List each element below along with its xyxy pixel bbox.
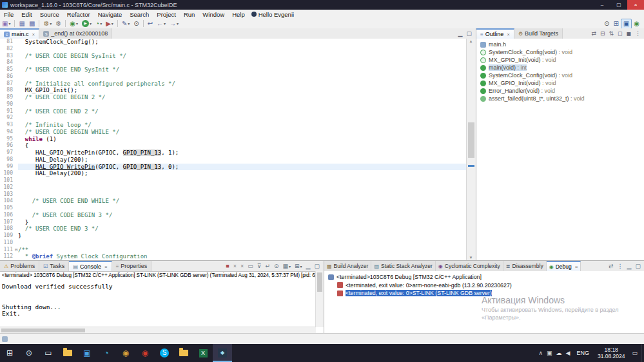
code-line[interactable]: 86 [0, 73, 467, 81]
code-line[interactable]: 89 /* USER CODE BEGIN 2 */ [0, 94, 467, 101]
maximize-view-icon[interactable]: ▢ [633, 262, 643, 271]
code-line[interactable]: 100 HAL_Delay(200); [0, 170, 467, 177]
menu-run[interactable]: Run [180, 11, 199, 18]
view-tab-cyclomatic-complexity[interactable]: ◉Cyclomatic Complexity [436, 261, 503, 271]
scrollbar-thumb[interactable] [1, 329, 85, 332]
code-line[interactable]: 85 /* USER CODE END SysInit */ [0, 66, 467, 73]
code-line[interactable]: 87 /* Initialize all configured peripher… [0, 81, 467, 88]
menu-refactor[interactable]: Refactor [63, 11, 94, 18]
hidden-icons-chevron[interactable]: ∧ [536, 348, 545, 357]
code-line[interactable]: 93 /* Infinite loop */ [0, 122, 467, 129]
code-line[interactable]: 101 [0, 177, 467, 184]
code-line[interactable]: 90 [0, 101, 467, 108]
code-line[interactable]: 112 * @brief System Clock Configuration [0, 253, 467, 260]
quick-access-search-icon[interactable]: ⊙ [602, 19, 611, 28]
code-line[interactable]: 98 HAL_Delay(200); [0, 157, 467, 164]
save-all-icon[interactable]: ▩ [27, 19, 37, 28]
debug-perspective-icon[interactable]: ◉ [632, 19, 641, 28]
language-indicator[interactable]: ENG [573, 350, 592, 356]
hide-static-icon[interactable]: ◼ [625, 29, 633, 38]
last-edit-location-icon[interactable]: ↩ [146, 19, 155, 28]
code-line[interactable]: 105 [0, 205, 467, 212]
tray-stlink-icon[interactable]: ▣ [545, 348, 554, 357]
minimize-view-icon[interactable]: ▁ [304, 262, 313, 271]
code-line[interactable]: 108 /* USER CODE END 3 */ [0, 225, 467, 233]
menu-file[interactable]: File [0, 11, 17, 18]
tray-cloud-icon[interactable]: ☁ [554, 348, 564, 357]
external-tools-icon[interactable]: ▶▾ [104, 19, 115, 28]
close-tab-icon[interactable]: × [575, 264, 578, 270]
outline-item[interactable]: assert_failed(uint8_t*, uint32_t) : void [476, 95, 644, 102]
back-icon[interactable]: ←▾ [155, 19, 168, 28]
clear-console-icon[interactable]: ▭ [246, 262, 255, 271]
scrollbar-thumb[interactable] [468, 122, 474, 158]
view-tab-static-stack-analyzer[interactable]: ▤Static Stack Analyzer [371, 261, 435, 271]
minimize-button[interactable]: – [594, 0, 610, 10]
scroll-lock-icon[interactable]: ⊽ [255, 262, 264, 271]
code-line[interactable]: 83 /* USER CODE BEGIN SysInit */ [0, 53, 467, 60]
maximize-view-icon[interactable]: ▢ [464, 29, 474, 38]
code-line[interactable]: 103 [0, 191, 467, 198]
code-line[interactable]: 107 } [0, 219, 467, 226]
build-icon[interactable]: ⚙▾ [41, 19, 54, 28]
view-tab-problems[interactable]: ⚠Problems [0, 261, 39, 271]
code-line[interactable]: 81 SystemClock_Config(); [0, 39, 467, 46]
code-line[interactable]: 104 /* USER CODE END WHILE */ [0, 198, 467, 205]
show-desktop-button[interactable] [641, 344, 644, 362]
outline-item[interactable]: MX_GPIO_Init(void) : void [476, 56, 644, 64]
code-line[interactable]: 102 [0, 184, 467, 191]
edge-button[interactable]: ◔ [97, 344, 116, 362]
outline-item[interactable]: SystemClock_Config(void) : void [476, 48, 644, 56]
debug-icon[interactable]: ◉▾ [68, 19, 80, 28]
hide-fields-icon[interactable]: ◻ [616, 29, 624, 38]
outline-item[interactable]: main.h [476, 41, 644, 48]
build-all-icon[interactable]: ⚙ [54, 19, 63, 28]
terminate-icon[interactable]: ■ [224, 262, 231, 271]
code-line[interactable]: 92 [0, 115, 467, 122]
minimize-view-icon[interactable]: ▁ [625, 262, 634, 271]
view-tab-console[interactable]: ▤Console× [69, 261, 112, 271]
close-button[interactable]: × [627, 0, 644, 10]
scroll-down-arrow-icon[interactable]: ▼ [467, 256, 475, 260]
search-icon[interactable]: ⊙ [132, 19, 141, 28]
editor-vertical-scrollbar[interactable]: ▲ ▼ [466, 39, 476, 260]
view-tab-build-analyzer[interactable]: ▦Build Analyzer [324, 261, 371, 271]
code-line[interactable]: 84 [0, 59, 467, 66]
editor-tab-end-at-0x20000108[interactable]: s_end() at 0x20000108 [39, 28, 112, 39]
user-menu[interactable]: Hello Evgenii [251, 11, 294, 18]
search-button[interactable]: ⊙ [19, 344, 39, 362]
maximize-button[interactable]: ▢ [610, 0, 627, 10]
menu-edit[interactable]: Edit [17, 11, 35, 18]
skype-button[interactable]: S [155, 344, 174, 362]
new-wizard-icon[interactable]: ▣▾ [0, 19, 12, 28]
code-line[interactable]: 91 /* USER CODE END 2 */ [0, 108, 467, 115]
code-line[interactable]: 109} [0, 233, 467, 240]
link-debug-icon[interactable]: ⇄ [607, 262, 616, 271]
code-line[interactable]: 106 /* USER CODE BEGIN 3 */ [0, 212, 467, 219]
outline-item[interactable]: MX_GPIO_Init(void) : void [476, 79, 644, 87]
remove-launch-icon[interactable]: × [231, 262, 239, 271]
view-tab-tasks[interactable]: ☑Tasks [39, 261, 69, 271]
view-menu-icon[interactable]: ⋮ [633, 29, 643, 38]
menu-source[interactable]: Source [36, 11, 63, 18]
start-button[interactable]: ⊞ [0, 344, 19, 362]
excel-button[interactable]: X [193, 344, 213, 362]
view-tab-build-targets[interactable]: ⚙Build Targets [514, 28, 563, 39]
code-line[interactable]: 96 { [0, 142, 467, 149]
yandex-browser-button[interactable]: ◉ [135, 344, 155, 362]
open-perspective-icon[interactable]: ⊞ [611, 19, 620, 28]
view-tab-disassembly[interactable]: ≣Disassembly [503, 261, 547, 271]
close-tab-icon[interactable]: × [104, 264, 108, 270]
scroll-up-arrow-icon[interactable]: ▲ [467, 39, 475, 43]
code-line[interactable]: 88 MX_GPIO_Init(); [0, 87, 467, 94]
cpp-perspective-icon[interactable]: ▣ [621, 19, 632, 29]
code-line[interactable]: 110 [0, 240, 467, 247]
action-center-icon[interactable]: ▭ [630, 348, 639, 357]
menu-search[interactable]: Search [126, 11, 153, 18]
debug-tree-item[interactable]: <terminated, exit value: 0>ST-LINK (ST-L… [324, 289, 644, 298]
downloads-folder-button[interactable] [174, 344, 193, 362]
menu-help[interactable]: Help [228, 11, 249, 18]
tray-volume-icon[interactable]: ◀ [564, 348, 572, 357]
photos-button[interactable]: ▣ [77, 344, 97, 362]
console-content[interactable]: <terminated> 103C8T6 Debug [STM32 C/C++ … [0, 271, 324, 334]
